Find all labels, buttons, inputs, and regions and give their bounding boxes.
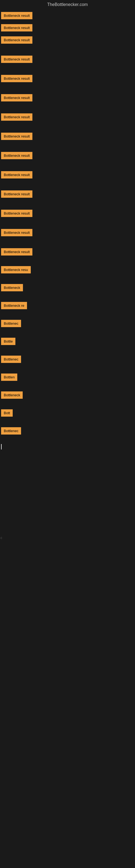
bottleneck-label-2: Bottleneck result [1, 24, 32, 31]
text-cursor [1, 444, 2, 450]
list-item: Bottleneck result [0, 35, 135, 46]
list-item: Bottleneck result [0, 170, 135, 181]
cursor-row [0, 444, 135, 451]
footer-char-row: c [0, 535, 135, 540]
bottleneck-label-8: Bottleneck result [1, 133, 32, 140]
bottleneck-label-24: Bottlenec [1, 427, 21, 435]
bottleneck-label-16: Bottleneck [1, 284, 23, 291]
list-item: Bottleneck re [0, 301, 135, 311]
list-item: Bottlenec [0, 319, 135, 329]
list-item: Bottleneck [0, 283, 135, 293]
bottleneck-label-6: Bottleneck result [1, 94, 32, 101]
footer-char: c [1, 536, 2, 540]
list-item: Bottleneck result [0, 209, 135, 219]
bottleneck-label-19: Bottle [1, 338, 15, 345]
bottleneck-label-5: Bottleneck result [1, 75, 32, 82]
bottleneck-label-9: Bottleneck result [1, 152, 32, 159]
list-item: Bottleneck result [0, 247, 135, 258]
list-item: Bottleneck result [0, 11, 135, 22]
list-item: Bottleneck [0, 390, 135, 401]
list-item: Bottleneck resu [0, 265, 135, 276]
list-item: Bottleneck result [0, 23, 135, 34]
list-item: Bottleneck result [0, 189, 135, 200]
bottleneck-label-3: Bottleneck result [1, 36, 32, 44]
list-item: Bottlen [0, 372, 135, 383]
bottleneck-label-10: Bottleneck result [1, 171, 32, 179]
bottleneck-label-21: Bottlen [1, 373, 17, 381]
bottleneck-label-4: Bottleneck result [1, 56, 32, 63]
bottleneck-label-14: Bottleneck result [1, 248, 32, 255]
page-container: TheBottlenecker.com Bottleneck result Bo… [0, 0, 135, 705]
bottleneck-label-17: Bottleneck re [1, 302, 27, 309]
list-item: Bottleneck result [0, 93, 135, 104]
list-item: Bottlenec [0, 354, 135, 365]
bottleneck-label-7: Bottleneck result [1, 113, 32, 121]
bottleneck-label-23: Bott [1, 409, 13, 416]
bottleneck-label-20: Bottlenec [1, 355, 21, 363]
list-item: Bottleneck result [0, 131, 135, 142]
bottleneck-label-22: Bottleneck [1, 392, 23, 399]
bottleneck-label-11: Bottleneck result [1, 190, 32, 198]
bottleneck-label-1: Bottleneck result [1, 12, 32, 19]
list-item: Bottlenec [0, 426, 135, 437]
list-item: Bott [0, 408, 135, 419]
list-item: Bottle [0, 337, 135, 347]
bottleneck-label-18: Bottlenec [1, 320, 21, 327]
bottleneck-label-15: Bottleneck resu [1, 266, 31, 273]
bottleneck-label-13: Bottleneck result [1, 229, 32, 236]
list-item: Bottleneck result [0, 55, 135, 65]
bottleneck-label-12: Bottleneck result [1, 210, 32, 217]
list-item: Bottleneck result [0, 112, 135, 123]
list-item: Bottleneck result [0, 228, 135, 239]
list-item: Bottleneck result [0, 151, 135, 161]
list-item: Bottleneck result [0, 74, 135, 84]
site-title: TheBottlenecker.com [0, 0, 135, 9]
